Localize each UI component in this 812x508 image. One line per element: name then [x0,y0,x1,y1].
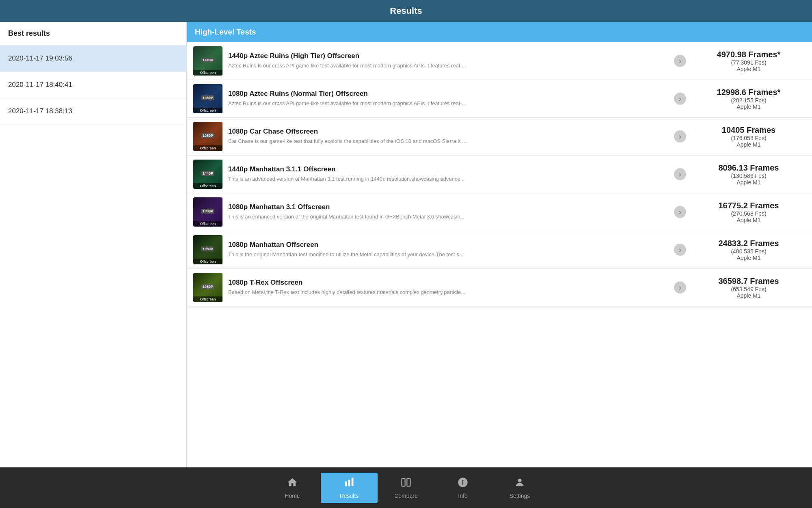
test-row-car-chase: 1080POffscreen1080p Car Chase OffscreenC… [187,118,812,156]
test-desc-manhattan-31: This is an enhanced version of the origi… [228,213,664,220]
result-fps-car-chase: (176.058 Fps) [692,135,806,141]
test-thumb-aztec-high: 1440POffscreen [193,46,222,76]
nav-item-home[interactable]: Home [264,473,321,503]
offscreen-badge: Offscreen [193,108,222,113]
result-frames-manhattan-31: 16775.2 Frames [692,201,806,210]
nav-item-info[interactable]: Info [434,473,491,503]
compare-icon [400,477,412,491]
test-name-trex: 1080p T-Rex Offscreen [228,279,664,287]
test-row-manhattan-31: 1080POffscreen1080p Manhattan 3.1 Offscr… [187,193,812,231]
result-fps-trex: (653.549 Fps) [692,286,806,292]
test-thumb-manhattan: 1080POffscreen [193,235,222,264]
test-name-car-chase: 1080p Car Chase Offscreen [228,128,664,136]
test-info-manhattan-31: 1080p Manhattan 3.1 OffscreenThis is an … [228,203,668,220]
test-name-aztec-high: 1440p Aztec Ruins (High Tier) Offscreen [228,52,664,60]
test-info-car-chase: 1080p Car Chase OffscreenCar Chase is ou… [228,128,668,145]
result-fps-aztec-normal: (202.155 Fps) [692,97,806,104]
nav-item-compare[interactable]: Compare [378,473,434,503]
result-fps-manhattan: (400.535 Fps) [692,248,806,255]
info-icon [457,477,469,491]
sidebar-item-0[interactable]: 2020-11-17 19:03:56 [0,45,186,72]
settings-icon [514,477,525,491]
test-result-car-chase: 10405 Frames(176.058 Fps)Apple M1 [692,125,806,148]
test-result-manhattan-31: 16775.2 Frames(270.568 Fps)Apple M1 [692,201,806,223]
results-label: Results [340,493,359,499]
test-row-aztec-normal: 1080POffscreen1080p Aztec Ruins (Normal … [187,80,812,118]
result-device-trex: Apple M1 [692,292,806,299]
chevron-btn-manhattan[interactable] [674,244,686,256]
test-thumb-manhattan-31: 1080POffscreen [193,197,222,227]
nav-item-settings[interactable]: Settings [491,473,548,503]
result-frames-aztec-normal: 12998.6 Frames* [692,88,806,97]
test-row-aztec-high: 1440POffscreen1440p Aztec Ruins (High Ti… [187,42,812,80]
nav-items-container: HomeResultsCompareInfoSettings [264,473,548,503]
result-frames-manhattan-311: 8096.13 Frames [692,163,806,173]
test-thumb-aztec-normal: 1080POffscreen [193,84,222,113]
offscreen-badge: Offscreen [193,70,222,76]
info-label: Info [458,493,467,499]
test-name-manhattan: 1080p Manhattan Offscreen [228,241,664,249]
offscreen-badge: Offscreen [193,221,222,227]
result-frames-trex: 36598.7 Frames [692,277,806,286]
sidebar-item-1[interactable]: 2020-11-17 18:40:41 [0,72,186,98]
test-result-aztec-high: 4970.98 Frames*(77.3091 Fps)Apple M1 [692,50,806,72]
svg-rect-1 [348,480,350,486]
test-thumb-car-chase: 1080POffscreen [193,122,222,151]
chevron-btn-trex[interactable] [674,281,686,294]
svg-rect-0 [345,481,347,486]
test-result-manhattan-311: 8096.13 Frames(130.583 Fps)Apple M1 [692,163,806,186]
result-fps-manhattan-311: (130.583 Fps) [692,173,806,179]
offscreen-badge: Offscreen [193,183,222,189]
test-result-manhattan: 24833.2 Frames(400.535 Fps)Apple M1 [692,239,806,261]
result-fps-manhattan-31: (270.568 Fps) [692,210,806,217]
test-name-manhattan-31: 1080p Manhattan 3.1 Offscreen [228,203,664,211]
result-frames-aztec-high: 4970.98 Frames* [692,50,806,59]
svg-rect-3 [402,478,405,486]
result-frames-car-chase: 10405 Frames [692,125,806,135]
test-desc-aztec-high: Aztec Ruins is our cross API game-like t… [228,62,664,69]
offscreen-badge: Offscreen [193,259,222,264]
test-info-aztec-normal: 1080p Aztec Ruins (Normal Tier) Offscree… [228,90,668,107]
chevron-btn-aztec-high[interactable] [674,55,686,67]
chevron-btn-car-chase[interactable] [674,130,686,143]
panel-title: High-Level Tests [187,22,812,42]
svg-rect-4 [407,478,410,486]
sidebar-item-2[interactable]: 2020-11-17 18:38:13 [0,98,186,125]
result-device-manhattan-31: Apple M1 [692,217,806,223]
chevron-btn-manhattan-31[interactable] [674,206,686,218]
result-fps-aztec-high: (77.3091 Fps) [692,59,806,66]
chevron-btn-manhattan-311[interactable] [674,168,686,180]
right-panel: High-Level Tests 1440POffscreen1440p Azt… [187,22,812,467]
svg-rect-2 [352,478,354,486]
svg-point-6 [462,480,463,481]
page-header: Results [0,0,812,22]
result-device-car-chase: Apple M1 [692,141,806,148]
test-desc-aztec-normal: Aztec Ruins is our cross API game-like t… [228,100,664,107]
test-thumb-manhattan-311: 1440POffscreen [193,160,222,189]
header-title: Results [390,6,422,16]
result-device-manhattan-311: Apple M1 [692,179,806,186]
tests-list: 1440POffscreen1440p Aztec Ruins (High Ti… [187,42,812,467]
main-content: Best results 2020-11-17 19:03:562020-11-… [0,22,812,467]
chevron-btn-aztec-normal[interactable] [674,93,686,105]
nav-item-results[interactable]: Results [321,473,378,503]
test-info-manhattan-311: 1440p Manhattan 3.1.1 OffscreenThis is a… [228,165,668,183]
result-device-manhattan: Apple M1 [692,255,806,261]
test-row-manhattan: 1080POffscreen1080p Manhattan OffscreenT… [187,231,812,269]
test-info-manhattan: 1080p Manhattan OffscreenThis is the ori… [228,241,668,258]
test-name-manhattan-311: 1440p Manhattan 3.1.1 Offscreen [228,165,664,173]
sidebar-items-list: 2020-11-17 19:03:562020-11-17 18:40:4120… [0,45,186,125]
result-device-aztec-high: Apple M1 [692,66,806,72]
offscreen-badge: Offscreen [193,145,222,151]
result-frames-manhattan: 24833.2 Frames [692,239,806,248]
test-desc-trex: Based on Metal,the T-Rex test includes h… [228,289,664,296]
home-label: Home [285,493,300,499]
test-info-trex: 1080p T-Rex OffscreenBased on Metal,the … [228,279,668,296]
test-result-aztec-normal: 12998.6 Frames*(202.155 Fps)Apple M1 [692,88,806,110]
test-result-trex: 36598.7 Frames(653.549 Fps)Apple M1 [692,277,806,299]
test-info-aztec-high: 1440p Aztec Ruins (High Tier) OffscreenA… [228,52,668,69]
settings-label: Settings [510,493,530,499]
sidebar-heading: Best results [0,22,186,45]
test-desc-manhattan-311: This is an advanced version of Manhattan… [228,175,664,183]
offscreen-badge: Offscreen [193,296,222,302]
